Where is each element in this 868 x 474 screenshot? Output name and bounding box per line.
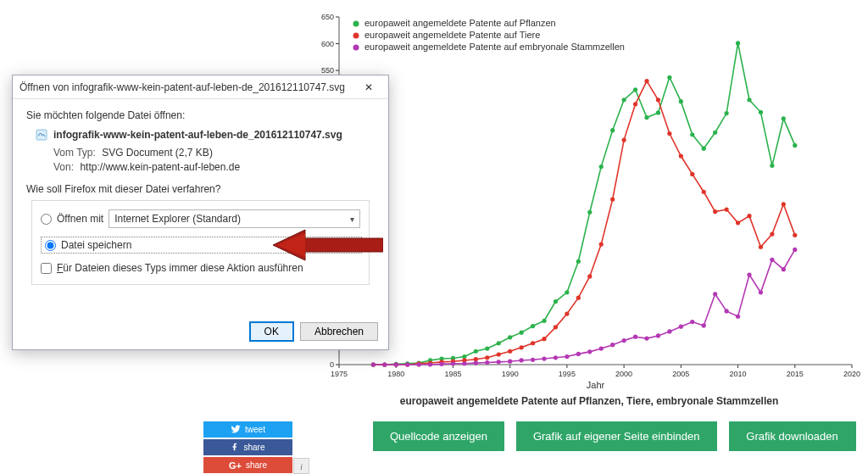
svg-point-156 — [702, 323, 706, 327]
twitter-share-button[interactable]: tweet — [203, 421, 292, 438]
svg-point-145 — [576, 352, 581, 356]
svg-point-71 — [599, 165, 604, 169]
dialog-ok-button[interactable]: OK — [250, 322, 293, 341]
svg-point-124 — [770, 231, 774, 236]
dialog-title: Öffnen von infografik-www-kein-patent-au… — [19, 81, 364, 93]
svg-point-169 — [353, 45, 359, 51]
svg-point-113 — [644, 79, 648, 83]
svg-point-76 — [656, 110, 660, 114]
svg-point-102 — [520, 345, 524, 349]
svg-point-112 — [633, 102, 637, 106]
svg-point-78 — [679, 99, 683, 103]
dialog-type-label: Vom Typ: — [53, 147, 96, 159]
svg-point-118 — [702, 190, 706, 194]
remember-label-rest: ür Dateien dieses Typs immer diese Aktio… — [63, 262, 303, 274]
svg-point-60 — [474, 349, 478, 354]
svg-point-144 — [565, 354, 569, 359]
show-source-button[interactable]: Quellcode anzeigen — [373, 421, 504, 451]
save-file-label: Datei speichern — [61, 239, 131, 251]
svg-point-83 — [736, 41, 740, 45]
svg-point-101 — [508, 349, 512, 354]
svg-point-140 — [520, 358, 524, 362]
svg-point-77 — [667, 75, 671, 80]
svg-point-106 — [565, 311, 569, 315]
twitter-icon — [231, 424, 241, 436]
svg-point-135 — [462, 361, 466, 365]
chart-caption: europaweit angemeldete Patente auf Pflan… — [314, 395, 865, 407]
svg-point-147 — [599, 346, 604, 350]
svg-point-88 — [793, 143, 797, 148]
svg-point-66 — [542, 319, 546, 323]
svg-text:2020: 2020 — [843, 370, 860, 378]
svg-point-111 — [622, 137, 626, 142]
svg-text:Jahr: Jahr — [587, 380, 605, 390]
svg-text:650: 650 — [321, 13, 334, 21]
embed-button[interactable]: Grafik auf eigener Seite einbinden — [516, 421, 717, 451]
svg-point-63 — [508, 335, 512, 339]
svg-point-109 — [599, 242, 604, 246]
info-icon: i — [300, 461, 303, 471]
chart: 0501001502002503003504004505005506006501… — [314, 0, 865, 399]
svg-point-158 — [725, 309, 729, 313]
svg-point-133 — [439, 362, 443, 366]
info-button[interactable]: i — [293, 458, 309, 474]
svg-point-151 — [644, 336, 648, 340]
svg-point-157 — [713, 292, 717, 296]
remember-checkbox[interactable] — [41, 263, 52, 274]
svg-point-134 — [451, 361, 455, 365]
svg-point-123 — [759, 245, 763, 249]
download-button[interactable]: Grafik downloaden — [729, 421, 856, 451]
svg-point-115 — [667, 131, 671, 136]
googleplus-share-label: share — [246, 460, 267, 470]
svg-point-105 — [554, 325, 558, 329]
twitter-share-label: tweet — [245, 425, 265, 434]
svg-point-67 — [554, 299, 558, 304]
svg-point-149 — [622, 338, 626, 343]
svg-point-128 — [382, 362, 387, 366]
file-type-icon — [35, 128, 48, 142]
svg-point-122 — [747, 214, 751, 218]
svg-point-110 — [610, 197, 615, 201]
svg-text:1995: 1995 — [559, 370, 576, 378]
svg-point-65 — [531, 324, 535, 328]
svg-point-153 — [667, 329, 671, 333]
svg-text:1990: 1990 — [502, 370, 519, 378]
dialog-from-value: http://www.kein-patent-auf-leben.de — [80, 161, 240, 173]
svg-point-114 — [656, 98, 660, 102]
svg-point-80 — [702, 147, 706, 151]
svg-point-154 — [679, 325, 683, 329]
open-with-radio[interactable] — [41, 214, 52, 225]
svg-point-159 — [736, 315, 740, 319]
svg-point-117 — [690, 172, 694, 176]
svg-point-103 — [531, 341, 535, 345]
close-icon: ✕ — [364, 81, 381, 93]
svg-text:europaweit angemeldete Patente: europaweit angemeldete Patente auf Tiere — [364, 30, 540, 40]
dialog-filename: infografik-www-kein-patent-auf-leben-de_… — [53, 129, 342, 141]
facebook-share-button[interactable]: share — [203, 439, 292, 455]
svg-point-132 — [428, 362, 432, 366]
svg-text:1985: 1985 — [444, 370, 461, 378]
googleplus-share-button[interactable]: G+ share — [203, 457, 292, 473]
svg-point-142 — [542, 356, 546, 360]
svg-text:600: 600 — [321, 40, 334, 48]
dialog-from-label: Von: — [53, 161, 74, 173]
save-file-radio[interactable] — [45, 240, 56, 251]
svg-point-116 — [679, 153, 683, 158]
open-with-select[interactable]: Internet Explorer (Standard) ▾ — [108, 209, 360, 228]
svg-point-152 — [656, 333, 660, 337]
svg-point-119 — [713, 209, 717, 214]
svg-point-150 — [633, 335, 637, 339]
dialog-titlebar: Öffnen von infografik-www-kein-patent-au… — [13, 75, 388, 99]
svg-point-99 — [485, 355, 489, 360]
svg-point-137 — [485, 360, 489, 365]
svg-point-104 — [542, 337, 546, 341]
svg-text:europaweit angemeldete Patente: europaweit angemeldete Patente auf Pflan… — [364, 18, 556, 28]
googleplus-icon: G+ — [229, 460, 242, 471]
download-dialog: Öffnen von infografik-www-kein-patent-au… — [12, 75, 389, 350]
svg-text:2015: 2015 — [787, 370, 804, 378]
dialog-close-button[interactable]: ✕ — [364, 79, 381, 96]
dialog-cancel-button[interactable]: Abbrechen — [300, 322, 378, 341]
svg-point-165 — [353, 21, 359, 27]
svg-point-163 — [782, 267, 786, 271]
svg-point-121 — [736, 220, 740, 225]
